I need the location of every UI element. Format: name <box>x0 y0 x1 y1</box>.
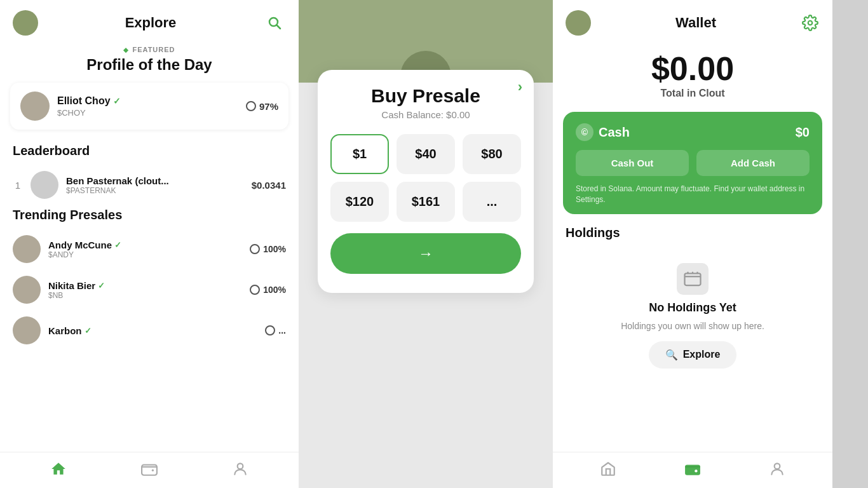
wallet-header: Wallet <box>553 0 832 43</box>
verified-icon: ✓ <box>85 326 92 336</box>
profile-name: Elliot Choy ✓ <box>57 95 238 107</box>
tr-name: Nikita Bier ✓ <box>48 280 242 291</box>
trending-title: Trending Presales <box>0 205 299 229</box>
holdings-title: Holdings <box>566 226 820 250</box>
buy-presale-card: › Buy Presale Cash Balance: $0.00 $1 $40… <box>318 70 534 293</box>
profile-handle: $CHOY <box>57 108 238 118</box>
tr-name: Andy McCune ✓ <box>48 240 242 250</box>
trending-item-karbon[interactable]: Karbon ✓ ... <box>0 310 299 351</box>
explore-header: Explore <box>0 0 299 43</box>
lb-price: $0.0341 <box>252 180 286 191</box>
amount-120-button[interactable]: $120 <box>330 182 389 222</box>
verified-icon: ✓ <box>114 240 121 250</box>
wallet-nav-icon[interactable] <box>140 460 158 478</box>
verified-icon: ✓ <box>113 96 121 106</box>
stat-icon <box>250 285 260 295</box>
wallet-total-label: Total in Clout <box>566 88 820 99</box>
amount-80-button[interactable]: $80 <box>463 134 521 174</box>
cash-card: © Cash $0 Cash Out Add Cash Stored in So… <box>563 112 822 214</box>
explore-panel: Explore ◆ FEATURED Profile of the Day El… <box>0 0 299 488</box>
cash-actions: Cash Out Add Cash <box>576 150 810 176</box>
search-icon[interactable] <box>263 11 286 34</box>
avatar[interactable] <box>13 10 38 36</box>
no-holdings-subtitle: Holdings you own will show up here. <box>621 321 764 331</box>
explore-button[interactable]: 🔍 Explore <box>649 341 737 369</box>
holdings-empty-icon <box>677 263 709 295</box>
tr-name: Karbon ✓ <box>48 325 257 336</box>
no-holdings-title: No Holdings Yet <box>649 301 736 315</box>
tr-avatar <box>13 276 41 304</box>
tr-stat: ... <box>265 325 286 336</box>
wallet-amount: $0.00 <box>566 50 820 88</box>
home-nav-icon[interactable] <box>50 460 67 478</box>
cash-title: © Cash <box>576 123 630 141</box>
svg-rect-9 <box>685 465 700 475</box>
svg-rect-5 <box>685 273 701 285</box>
stat-icon <box>250 244 260 254</box>
tr-avatar <box>13 235 41 263</box>
profile-stat: 97% <box>246 101 278 112</box>
cash-card-header: © Cash $0 <box>576 123 810 141</box>
wallet-bottom-nav <box>553 452 832 488</box>
holdings-section: Holdings No Holdings Yet Holdings you ow… <box>553 226 832 381</box>
profile-day-title: Profile of the Day <box>0 55 299 83</box>
leaderboard-title: Leaderboard <box>0 141 299 165</box>
no-holdings: No Holdings Yet Holdings you own will sh… <box>566 250 820 381</box>
cash-amount: $0 <box>796 125 810 140</box>
cash-balance: Cash Balance: $0.00 <box>330 109 521 120</box>
svg-point-4 <box>808 21 813 25</box>
rank: 1 <box>13 180 23 191</box>
trending-item-andy[interactable]: Andy McCune ✓ $ANDY 100% <box>0 229 299 269</box>
tr-stat: 100% <box>250 285 286 295</box>
profile-nav-icon[interactable] <box>231 460 249 478</box>
home-nav-icon[interactable] <box>599 460 617 478</box>
wallet-panel: Wallet $0.00 Total in Clout © Cash $0 <box>553 0 832 488</box>
add-cash-button[interactable]: Add Cash <box>696 150 810 176</box>
explore-search-icon: 🔍 <box>665 349 678 361</box>
wallet-nav-icon[interactable] <box>684 460 702 478</box>
cash-out-button[interactable]: Cash Out <box>576 150 689 176</box>
svg-point-11 <box>775 463 780 469</box>
tr-handle: $NB <box>48 291 242 300</box>
svg-point-3 <box>238 463 243 469</box>
cash-coin-icon: © <box>576 123 593 141</box>
amount-more-button[interactable]: ... <box>463 182 521 222</box>
wallet-title: Wallet <box>675 15 716 31</box>
profile-nav-icon[interactable] <box>768 460 786 478</box>
stat-icon <box>246 101 256 111</box>
lb-avatar <box>31 171 58 199</box>
trending-item-nikita[interactable]: Nikita Bier ✓ $NB 100% <box>0 269 299 310</box>
cash-note: Stored in Solana. Amount may fluctuate. … <box>576 184 810 205</box>
verified-icon: ✓ <box>98 281 105 290</box>
card-title: Buy Presale <box>330 85 521 107</box>
amount-161-button[interactable]: $161 <box>397 182 455 222</box>
settings-icon[interactable] <box>801 13 820 32</box>
leaderboard-item[interactable]: 1 Ben Pasternak (clout... $PASTERNAK $0.… <box>0 165 299 205</box>
wallet-avatar[interactable] <box>566 10 591 36</box>
amount-1-button[interactable]: $1 <box>330 134 389 174</box>
explore-title: Explore <box>125 15 177 31</box>
wallet-balance: $0.00 Total in Clout <box>553 43 832 112</box>
svg-point-10 <box>695 470 697 472</box>
tr-handle: $ANDY <box>48 250 242 259</box>
close-button[interactable]: › <box>518 79 522 95</box>
buy-presale-panel: › Buy Presale Cash Balance: $0.00 $1 $40… <box>299 0 553 488</box>
profile-of-day-card[interactable]: Elliot Choy ✓ $CHOY 97% <box>10 83 288 130</box>
stat-icon <box>265 325 275 336</box>
continue-arrow-icon: → <box>418 245 433 262</box>
tr-avatar <box>13 316 41 344</box>
bottom-nav <box>0 452 299 488</box>
tr-stat: 100% <box>250 244 286 254</box>
continue-button[interactable]: → <box>330 233 521 274</box>
amount-40-button[interactable]: $40 <box>397 134 455 174</box>
featured-label: ◆ FEATURED <box>0 43 299 55</box>
profile-avatar <box>20 92 50 121</box>
lb-handle: $PASTERNAK <box>66 186 244 195</box>
amounts-grid: $1 $40 $80 $120 $161 ... <box>330 134 521 222</box>
svg-point-2 <box>152 470 154 471</box>
lb-name: Ben Pasternak (clout... <box>66 175 244 186</box>
